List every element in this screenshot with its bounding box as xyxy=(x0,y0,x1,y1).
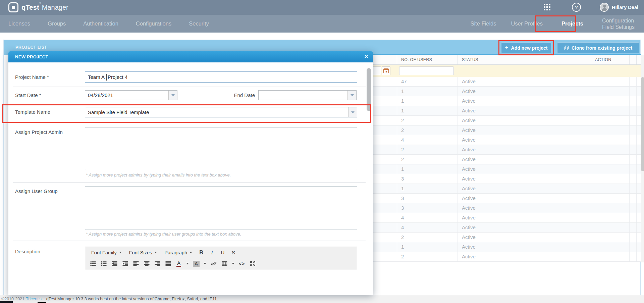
help-icon[interactable]: ? xyxy=(572,3,581,12)
tricentis-link[interactable]: Tricentis xyxy=(26,297,42,301)
indent-icon[interactable] xyxy=(121,259,129,268)
assign-user-group-textarea[interactable] xyxy=(85,186,357,230)
table-row[interactable]: 3Active xyxy=(367,194,641,203)
table-row[interactable]: 1Active xyxy=(367,106,641,116)
table-row[interactable]: 4Active xyxy=(367,135,641,145)
column-header-status[interactable]: STATUS xyxy=(458,55,591,64)
cell-spacer xyxy=(630,252,637,261)
align-center-icon[interactable] xyxy=(142,259,151,268)
nav-item-configurations[interactable]: Configurations xyxy=(136,20,171,27)
font-sizes-dropdown[interactable]: Font Sizes xyxy=(126,249,160,256)
nav-item-security[interactable]: Security xyxy=(189,20,209,27)
code-icon[interactable]: <> xyxy=(237,259,246,268)
project-name-input[interactable]: Team AProject 4 xyxy=(85,71,357,83)
end-date-label: End Date xyxy=(208,92,255,98)
outdent-icon[interactable] xyxy=(110,259,119,268)
description-label: Description xyxy=(15,249,40,254)
apps-grid-icon[interactable] xyxy=(544,4,551,11)
align-left-icon[interactable] xyxy=(131,259,140,268)
nav-item-licenses[interactable]: Licenses xyxy=(8,20,30,27)
logo-text: qTest®Manager xyxy=(21,4,68,11)
justify-icon[interactable] xyxy=(164,259,172,268)
font-family-dropdown[interactable]: Font Family xyxy=(89,249,124,256)
template-name-select[interactable]: Sample Site Field Template xyxy=(85,107,357,117)
table-row[interactable]: 2Active xyxy=(367,252,641,262)
text-color-button[interactable]: A xyxy=(174,259,183,268)
align-right-icon[interactable] xyxy=(153,259,162,268)
nav-item-site-fields[interactable]: Site Fields xyxy=(470,20,496,27)
table-row[interactable]: 1Active xyxy=(367,87,641,96)
chevron-down-icon[interactable] xyxy=(168,91,177,100)
table-row[interactable]: 4Active xyxy=(367,223,641,233)
fullscreen-icon[interactable] xyxy=(248,259,257,268)
table-row[interactable]: 1Active xyxy=(367,164,641,174)
cell-no-of-users: 2 xyxy=(397,116,458,125)
table-body: 47Active1Active1Active1Active2Active2Act… xyxy=(367,77,641,262)
avatar[interactable] xyxy=(600,3,609,12)
table-scrollbar[interactable] xyxy=(641,55,644,262)
column-header-no-of-users[interactable]: NO. OF USERS xyxy=(397,55,458,64)
paragraph-dropdown[interactable]: Paragraph xyxy=(162,249,195,256)
cell-status: Active xyxy=(458,242,591,252)
strikethrough-button[interactable]: S xyxy=(229,248,238,257)
screen-edge-fragment xyxy=(38,302,46,303)
no-of-users-filter-input[interactable] xyxy=(399,66,454,75)
highlight-color-button[interactable]: A xyxy=(192,259,201,268)
close-icon[interactable]: × xyxy=(364,53,368,60)
divider xyxy=(13,182,366,183)
table-row[interactable]: 2Active xyxy=(367,145,641,155)
table-row[interactable]: 2Active xyxy=(367,155,641,164)
cell-status: Active xyxy=(458,125,591,135)
nav-item-groups[interactable]: Groups xyxy=(48,20,66,27)
cell-action xyxy=(591,252,630,261)
chevron-down-icon[interactable] xyxy=(347,91,356,100)
user-name[interactable]: HIllary Deal xyxy=(612,5,638,10)
calendar-button[interactable] xyxy=(382,66,390,75)
modal-scrollbar-thumb[interactable] xyxy=(367,68,371,111)
chevron-down-icon[interactable] xyxy=(348,107,357,117)
italic-button[interactable]: I xyxy=(208,248,216,257)
column-header-action[interactable]: ACTION xyxy=(591,55,630,64)
cell-status: Active xyxy=(458,164,591,174)
table-caret[interactable] xyxy=(231,259,235,268)
table-row[interactable]: 2Active xyxy=(367,233,641,242)
ordered-list-icon[interactable] xyxy=(99,259,108,268)
end-date-select[interactable] xyxy=(258,90,357,100)
nav-item-configuration-field-settings[interactable]: ConfigurationField Settings xyxy=(602,17,635,30)
cell-status: Active xyxy=(458,87,591,96)
start-date-select[interactable]: 04/28/2021 xyxy=(85,90,177,100)
assign-project-admin-textarea[interactable] xyxy=(85,127,357,170)
cell-status: Active xyxy=(458,184,591,193)
table-row[interactable]: 3Active xyxy=(367,174,641,184)
table-scrollbar-thumb[interactable] xyxy=(641,77,644,171)
add-new-project-button[interactable]: + Add new project xyxy=(501,42,551,53)
underline-button[interactable]: U xyxy=(218,248,227,257)
table-row[interactable]: 1Active xyxy=(367,242,641,252)
table-icon[interactable] xyxy=(220,259,229,268)
table-row[interactable]: 1Active xyxy=(367,96,641,106)
nav-item-projects[interactable]: Projects xyxy=(557,20,587,27)
nav-item-authentication[interactable]: Authentication xyxy=(83,20,118,27)
link-icon[interactable] xyxy=(209,259,218,268)
description-content-area[interactable] xyxy=(85,269,357,295)
project-name-label: Project Name * xyxy=(15,74,49,80)
unordered-list-icon[interactable] xyxy=(89,259,97,268)
table-row[interactable]: 1Active xyxy=(367,184,641,194)
start-date-label: Start Date * xyxy=(15,92,41,98)
cell-spacer xyxy=(630,77,637,86)
bold-button[interactable]: B xyxy=(197,248,206,257)
nav-item-user-profiles[interactable]: User Profiles xyxy=(511,20,542,27)
table-row[interactable]: 4Active xyxy=(367,213,641,223)
table-row[interactable]: 2Active xyxy=(367,116,641,125)
text-color-caret[interactable] xyxy=(185,259,190,268)
clone-icon xyxy=(564,46,569,50)
text-caret xyxy=(106,74,107,81)
table-row[interactable]: 2Active xyxy=(367,125,641,135)
cell-spacer xyxy=(630,174,637,184)
highlight-color-caret[interactable] xyxy=(203,259,207,268)
editor-toolbar: Font Family Font Sizes Paragraph B I U S xyxy=(85,247,357,269)
table-row[interactable]: 3Active xyxy=(367,203,641,213)
cell-no-of-users: 2 xyxy=(397,145,458,154)
clone-from-existing-project-button[interactable]: Clone from existing project xyxy=(557,42,639,53)
table-row[interactable]: 47Active xyxy=(367,77,641,87)
